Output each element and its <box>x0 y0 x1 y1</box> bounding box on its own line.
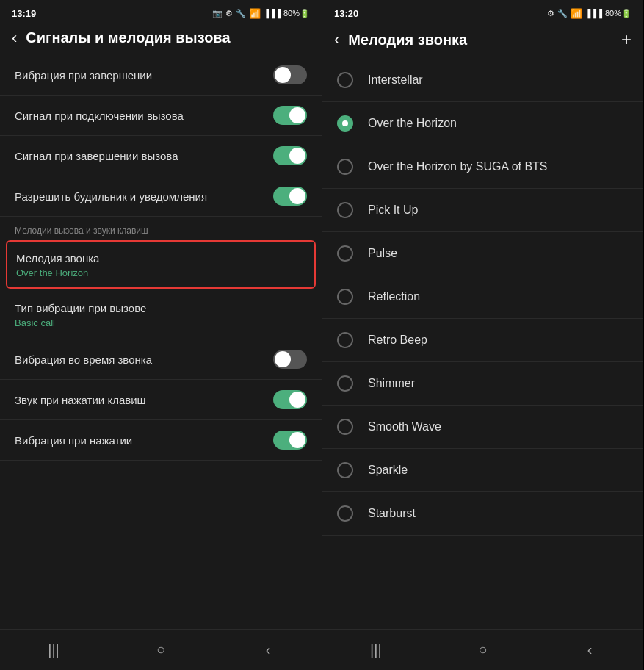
radio-circle <box>337 375 353 392</box>
wrench-icon: 🔧 <box>236 9 246 18</box>
bottom-nav-right: ||| ○ ‹ <box>322 629 643 670</box>
ringtone-item[interactable]: Reflection <box>322 275 643 319</box>
settings-keypress-sound[interactable]: Звук при нажатии клавиш <box>0 380 322 420</box>
status-icons-left: 📷 ⚙ 🔧 📶 ▐▐▐ 80%🔋 <box>212 8 310 19</box>
ringtone-item[interactable]: Smooth Wave <box>322 406 643 449</box>
ringtone-name: Shimmer <box>368 377 415 390</box>
label-signal-end: Сигнал при завершении вызова <box>15 148 273 164</box>
gear-icon-right: ⚙ <box>547 9 554 18</box>
ringtone-item[interactable]: Retro Beep <box>322 319 643 362</box>
ringtone-item[interactable]: Over the Horizon <box>322 102 643 145</box>
left-panel: 13:19 📷 ⚙ 🔧 📶 ▐▐▐ 80%🔋 ‹ Сигналы и мелод… <box>0 0 322 670</box>
ringtone-name: Over the Horizon <box>368 117 457 130</box>
label-keypress-sound: Звук при нажатии клавиш <box>15 392 273 408</box>
settings-vibration-during[interactable]: Вибрация во время звонка <box>0 339 322 380</box>
label-ringtone: Мелодия звонка <box>16 251 99 266</box>
wrench-icon-right: 🔧 <box>557 9 568 18</box>
status-bar-left: 13:19 📷 ⚙ 🔧 📶 ▐▐▐ 80%🔋 <box>0 0 322 24</box>
page-title-left: Сигналы и мелодия вызова <box>26 29 310 46</box>
header-right: ‹ Мелодия звонка + <box>322 24 643 59</box>
settings-allow-alarm[interactable]: Разрешить будильник и уведомления <box>0 176 322 217</box>
ringtone-item[interactable]: Over the Horizon by SUGA of BTS <box>322 145 643 189</box>
label-vibration-during: Вибрация во время звонка <box>15 352 273 367</box>
ringtone-name: Sparkle <box>368 464 408 477</box>
nav-home-right[interactable]: ○ <box>460 635 504 665</box>
radio-circle <box>337 245 353 262</box>
radio-circle <box>337 115 353 132</box>
label-keypress-vibration: Вибрация при нажатии <box>15 433 273 448</box>
ringtone-name: Pulse <box>368 247 397 260</box>
status-bar-right: 13:20 ⚙ 🔧 📶 ▐▐▐ 80%🔋 <box>322 0 643 24</box>
radio-circle <box>337 462 353 478</box>
settings-vibration-end[interactable]: Вибрация при завершении <box>0 55 322 96</box>
nav-home-left[interactable]: ○ <box>139 635 183 665</box>
toggle-signal-end[interactable] <box>273 146 307 165</box>
status-icons-right: ⚙ 🔧 📶 ▐▐▐ 80%🔋 <box>547 8 632 19</box>
nav-back-left[interactable]: ‹ <box>246 635 290 665</box>
wifi-icon-right: 📶 <box>571 8 582 19</box>
ringtone-item[interactable]: Sparkle <box>322 449 643 492</box>
ringtone-name: Retro Beep <box>368 334 427 347</box>
sub-ringtone: Over the Horizon <box>16 267 99 278</box>
radio-circle <box>337 505 353 522</box>
battery-left: 80%🔋 <box>283 9 310 18</box>
settings-ringtone[interactable]: Мелодия звонка Over the Horizon <box>6 240 316 289</box>
ringtone-item[interactable]: Pick It Up <box>322 189 643 232</box>
radio-circle <box>337 159 353 175</box>
settings-keypress-vibration[interactable]: Вибрация при нажатии <box>0 420 322 461</box>
toggle-keypress-sound[interactable] <box>273 390 307 409</box>
ringtone-item[interactable]: Shimmer <box>322 362 643 406</box>
status-time-right: 13:20 <box>334 8 358 19</box>
settings-signal-connect[interactable]: Сигнал при подключении вызова <box>0 96 322 136</box>
content-left: Вибрация при завершении Сигнал при подкл… <box>0 55 322 629</box>
label-allow-alarm: Разрешить будильник и уведомления <box>15 189 273 204</box>
nav-menu-left[interactable]: ||| <box>32 635 76 665</box>
battery-right: 80%🔋 <box>605 9 632 18</box>
nav-menu-right[interactable]: ||| <box>354 635 398 665</box>
bottom-nav-left: ||| ○ ‹ <box>0 629 322 670</box>
camera-icon: 📷 <box>212 9 222 18</box>
ringtone-name: Pick It Up <box>368 203 418 217</box>
back-button-right[interactable]: ‹ <box>334 32 339 48</box>
nav-back-right[interactable]: ‹ <box>568 635 612 665</box>
label-signal-connect: Сигнал при подключении вызова <box>15 108 273 123</box>
ringtone-list: InterstellarOver the HorizonOver the Hor… <box>322 59 643 629</box>
toggle-vibration-end[interactable] <box>273 65 307 84</box>
ringtone-info: Мелодия звонка Over the Horizon <box>16 251 99 278</box>
ringtone-name: Smooth Wave <box>368 420 441 433</box>
right-panel: 13:20 ⚙ 🔧 📶 ▐▐▐ 80%🔋 ‹ Мелодия звонка + … <box>322 0 643 670</box>
signal-icon-right: ▐▐▐ <box>585 9 602 18</box>
header-left: ‹ Сигналы и мелодия вызова <box>0 24 322 55</box>
ringtone-name: Over the Horizon by SUGA of BTS <box>368 160 548 173</box>
ringtone-name: Reflection <box>368 290 420 303</box>
ringtone-item[interactable]: Interstellar <box>322 59 643 102</box>
wifi-icon: 📶 <box>249 8 261 19</box>
settings-signal-end[interactable]: Сигнал при завершении вызова <box>0 136 322 176</box>
radio-circle <box>337 202 353 218</box>
label-vibration-end: Вибрация при завершении <box>15 68 273 83</box>
back-button-left[interactable]: ‹ <box>12 30 17 46</box>
radio-circle <box>337 72 353 88</box>
status-time-left: 13:19 <box>12 8 36 19</box>
settings-icon: ⚙ <box>225 9 233 18</box>
radio-circle <box>337 289 353 305</box>
ringtone-item[interactable]: Starburst <box>322 492 643 536</box>
add-button[interactable]: + <box>621 29 632 50</box>
toggle-allow-alarm[interactable] <box>273 187 307 206</box>
toggle-vibration-during[interactable] <box>273 350 307 369</box>
toggle-keypress-vibration[interactable] <box>273 431 307 450</box>
settings-vibration-type[interactable]: Тип вибрации при вызове Basic call <box>0 290 322 339</box>
label-vibration-type: Тип вибрации при вызове <box>15 300 146 316</box>
radio-circle <box>337 332 353 348</box>
toggle-signal-connect[interactable] <box>273 106 307 125</box>
page-title-right: Мелодия звонка <box>348 32 621 48</box>
sub-vibration-type: Basic call <box>15 317 146 328</box>
ringtone-item[interactable]: Pulse <box>322 232 643 275</box>
ringtone-name: Interstellar <box>368 73 423 87</box>
radio-circle <box>337 419 353 435</box>
signal-icon: ▐▐▐ <box>264 9 281 18</box>
ringtone-name: Starburst <box>368 507 416 520</box>
vibration-type-info: Тип вибрации при вызове Basic call <box>15 300 146 328</box>
section-label-ringtones: Мелодии вызова и звуки клавиш <box>0 217 322 239</box>
